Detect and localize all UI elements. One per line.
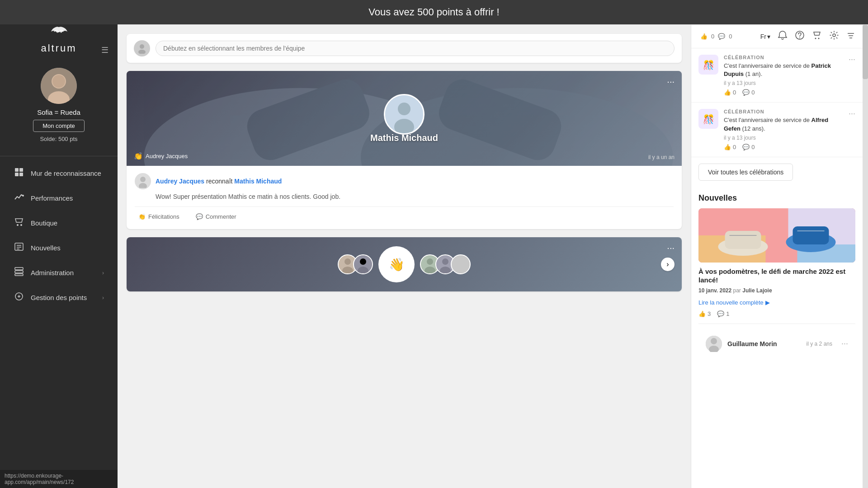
comment-count-top: 0 [729, 33, 732, 40]
celebration-icon-2: 🎊 [698, 109, 718, 129]
svg-point-50 [833, 34, 835, 37]
sidebar-item-nouvelles[interactable]: Nouvelles [0, 235, 118, 260]
news-comment-stat: 💬 1 [717, 310, 729, 317]
team-selector-avatar [134, 40, 150, 56]
celebration-stats-1: 👍 0 💬 0 [724, 89, 843, 96]
svg-rect-64 [725, 231, 761, 249]
gestion-arrow: › [102, 295, 104, 301]
group-avatar-5 [451, 254, 471, 274]
svg-point-19 [140, 44, 144, 49]
svg-point-40 [427, 258, 433, 265]
read-more-link[interactable]: Lire la nouvelle complète ▶ [698, 299, 770, 306]
shop-icon[interactable] [812, 30, 822, 42]
sidebar-nav: Mur de reconnaissance Performances Bouti… [0, 161, 118, 310]
mur-icon [14, 167, 24, 179]
clap-sender-icon: 👏 [134, 152, 143, 160]
read-more-arrow: ▶ [765, 299, 770, 306]
nouvelles-icon [14, 242, 24, 254]
bottom-user-info: Guillaume Morin [727, 340, 801, 347]
sidebar-item-gestion[interactable]: Gestion des points › [0, 285, 118, 310]
nouvelles-section: Nouvelles À vos pod [691, 187, 863, 357]
comment-icon-1: 💬 [742, 89, 750, 96]
comment-stat-2: 💬 0 [742, 144, 755, 150]
center-feed[interactable]: Mathis Michaud 👏 Audrey Jacques il y a u… [118, 25, 691, 488]
user-balance: Solde: 500 pts [40, 136, 77, 142]
post-actions: 👏 Félicitations 💬 Commenter [135, 206, 674, 222]
bottom-user-name: Guillaume Morin [727, 340, 801, 347]
group-avatar-2 [353, 254, 373, 274]
next-arrow-button[interactable]: › [661, 258, 675, 271]
notification-icon[interactable] [778, 30, 788, 42]
like-icon-2: 👍 [724, 144, 731, 150]
comment-icon-top: 💬 [718, 33, 725, 40]
sidebar-item-administration[interactable]: Administration › [0, 260, 118, 285]
lang-text: Fr [760, 33, 766, 40]
sidebar-item-boutique[interactable]: Boutique [0, 211, 118, 235]
celebration-dots-1[interactable]: ··· [849, 55, 855, 64]
celebration-dots-2[interactable]: ··· [849, 109, 855, 118]
scrollbar-thumb[interactable] [863, 25, 868, 79]
post-sender: 👏 Audrey Jacques [134, 152, 188, 160]
svg-text:🎊: 🎊 [703, 60, 714, 70]
svg-point-49 [818, 38, 820, 39]
bottom-user-time: il y a 2 ans [807, 341, 832, 347]
administration-label: Administration [31, 269, 102, 277]
like-count-1: 0 [733, 89, 736, 96]
see-all-celebrations-button[interactable]: Voir toutes les célébrations [698, 164, 793, 181]
svg-point-8 [22, 195, 24, 197]
svg-rect-17 [15, 274, 23, 276]
boutique-label: Boutique [31, 219, 104, 227]
big-clap-icon: 👋 [378, 246, 415, 282]
post-card-2-dots[interactable]: ··· [667, 243, 675, 253]
top-banner: Vous avez 500 points à offrir ! [0, 0, 868, 24]
celebration-content-2: CÉLÉBRATION C'est l'anniversaire de serv… [724, 109, 843, 150]
post-card-1: Mathis Michaud 👏 Audrey Jacques il y a u… [127, 71, 682, 229]
page-scrollbar[interactable] [863, 25, 868, 488]
clap-icon: 👏 [138, 213, 146, 220]
celebration-item-2: 🎊 CÉLÉBRATION C'est l'anniversaire de se… [691, 103, 863, 157]
post-person-name: Mathis Michaud [370, 133, 438, 143]
celebration-person-2: Alfred Gefen [724, 117, 828, 131]
sidebar-divider [0, 156, 118, 156]
bottom-user-item: Guillaume Morin il y a 2 ans ··· [698, 330, 855, 357]
like-stat-1: 👍 0 [724, 89, 736, 96]
hamburger-icon[interactable]: ☰ [101, 45, 108, 55]
nouvelles-label: Nouvelles [31, 244, 104, 252]
like-count-top: 0 [711, 33, 714, 40]
post-header: Mathis Michaud 👏 Audrey Jacques il y a u… [127, 71, 682, 166]
account-button[interactable]: Mon compte [33, 120, 85, 132]
celebration-time-1: il y a 13 jours [724, 80, 843, 86]
bottom-user-dots[interactable]: ··· [841, 339, 848, 348]
settings-icon[interactable] [829, 30, 839, 42]
svg-point-26 [398, 103, 410, 115]
celebration-person-1: Patrick Dupuis [724, 62, 831, 77]
svg-point-32 [344, 258, 351, 265]
news-comment-count: 1 [726, 310, 729, 317]
administration-icon [14, 267, 24, 279]
filter-icon[interactable] [846, 31, 855, 42]
news-author: Julie Lajoie [742, 287, 772, 294]
next-arrow-icon: › [666, 260, 669, 268]
administration-arrow: › [102, 270, 104, 276]
post-sender-name: Audrey Jacques [146, 153, 188, 160]
post-author-name: Audrey Jacques [156, 178, 204, 185]
clap-button[interactable]: 👏 Félicitations [135, 211, 183, 222]
post-author-text: Audrey Jacques reconnaît Mathis Michaud [156, 178, 282, 185]
sidebar-item-performances[interactable]: Performances [0, 186, 118, 211]
url-text: https://demo.enkourage-app.com/app/main/… [5, 473, 74, 485]
sidebar: altrum ☰ Sofia = Rueda Mon compte Solde:… [0, 0, 118, 488]
user-avatar [41, 68, 77, 104]
like-count-2: 0 [733, 144, 736, 150]
team-selector-input[interactable] [156, 41, 675, 56]
performances-icon [14, 192, 24, 204]
comment-button[interactable]: 💬 Commenter [192, 211, 240, 222]
url-bar: https://demo.enkourage-app.com/app/main/… [0, 470, 118, 488]
post-author-line: Audrey Jacques reconnaît Mathis Michaud [135, 173, 674, 189]
svg-point-10 [20, 224, 22, 226]
news-like-stat: 👍 3 [698, 310, 711, 317]
lang-selector[interactable]: Fr ▾ [760, 33, 770, 40]
help-icon[interactable] [795, 30, 805, 42]
banner-text: Vous avez 500 points à offrir ! [368, 6, 499, 18]
sidebar-item-mur[interactable]: Mur de reconnaissance [0, 161, 118, 186]
post-dots[interactable]: ··· [667, 76, 675, 87]
